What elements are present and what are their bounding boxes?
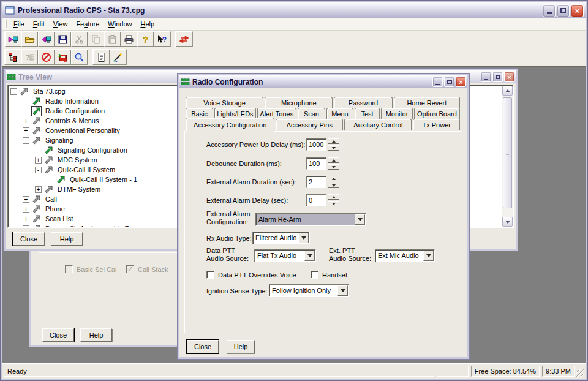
ext-ptt-source-dropdown-button[interactable] (423, 251, 434, 261)
tree-expand-box[interactable]: - (10, 88, 17, 95)
alarm-duration-spinner[interactable] (328, 176, 339, 188)
dialog-close-action-button[interactable]: Close (187, 340, 219, 353)
menubar-gripper[interactable] (5, 20, 7, 28)
spin-down-button[interactable] (328, 183, 339, 188)
spin-down-button[interactable] (328, 164, 339, 170)
save-button[interactable] (55, 32, 71, 47)
alarm-duration-field[interactable]: 2 (306, 176, 326, 188)
data-ptt-overrides-checkbox[interactable]: Data PTT Overrides Voice (206, 271, 296, 279)
main-titlebar[interactable]: Professional Radio CPS - Sta 73.cpg × (2, 2, 586, 18)
tree-expand-box[interactable]: + (23, 118, 29, 124)
alarm-delay-spinner[interactable] (328, 194, 339, 206)
no-edit-button[interactable] (38, 50, 55, 64)
tree-view-button[interactable] (5, 50, 21, 64)
basic-sel-cal-box[interactable] (65, 265, 73, 273)
resize-grip[interactable] (576, 369, 584, 377)
spin-down-button[interactable] (328, 145, 339, 151)
print-button[interactable] (121, 32, 137, 47)
dialog-close-button[interactable]: × (456, 77, 466, 87)
power-up-delay-spinner[interactable] (328, 138, 339, 151)
tab-home-revert[interactable]: Home Revert (394, 97, 460, 108)
quikcall-help-button[interactable]: Help (80, 328, 112, 342)
tree-scrollbar[interactable] (502, 86, 513, 227)
handset-box[interactable] (311, 271, 318, 279)
menu-edit[interactable]: Edit (29, 19, 49, 29)
rx-audio-type-dropdown-button[interactable] (298, 233, 309, 243)
basic-sel-cal-checkbox[interactable]: Basic Sel Cal (65, 265, 116, 273)
ignition-sense-dropdown-button[interactable] (337, 285, 348, 296)
cut-button[interactable] (71, 32, 88, 47)
zoom-button[interactable] (71, 50, 88, 64)
ignition-sense-combobox[interactable]: Follow Ignition Only (269, 284, 349, 297)
scroll-up-button[interactable] (502, 86, 513, 96)
menu-feature[interactable]: Feature (72, 19, 104, 29)
spin-down-button[interactable] (328, 201, 339, 206)
radio-config-window[interactable]: Radio Configuration × Voice Storage Micr… (177, 73, 470, 360)
tree-expand-box[interactable]: - (35, 167, 42, 173)
menu-help[interactable]: Help (136, 19, 159, 29)
rx-audio-type-combobox[interactable]: Filtered Audio (252, 232, 310, 244)
tab-password[interactable]: Password (334, 97, 392, 108)
feature-help-button[interactable]: ? (21, 50, 38, 64)
tree-expand-box[interactable]: + (35, 186, 42, 193)
alarm-delay-field[interactable]: 0 (306, 194, 326, 206)
spin-up-button[interactable] (328, 138, 339, 144)
tab-accessory-pins[interactable]: Accessory Pins (276, 119, 343, 130)
tree-expand-box[interactable]: + (23, 127, 29, 134)
tree-close-action-button[interactable]: Close (13, 232, 45, 246)
power-up-delay-field[interactable]: 1000 (306, 138, 326, 151)
quikcall-close-button[interactable]: Close (42, 328, 74, 342)
minimize-button[interactable] (543, 4, 556, 17)
data-ptt-source-combobox[interactable]: Flat Tx Audio (254, 249, 316, 262)
tab-menu[interactable]: Menu (326, 108, 353, 119)
tree-expand-box[interactable]: + (23, 206, 29, 213)
debounce-field[interactable]: 100 (306, 157, 326, 170)
alarm-config-combobox[interactable]: Alarm Re-Arm (255, 213, 366, 226)
menu-view[interactable]: View (49, 19, 72, 29)
paste-button[interactable] (104, 32, 121, 47)
tree-expand-box[interactable]: + (23, 216, 29, 222)
scrollbar-thumb[interactable] (503, 97, 512, 208)
tab-test[interactable]: Test (355, 108, 380, 119)
spin-up-button[interactable] (328, 157, 339, 163)
tab-scan[interactable]: Scan (298, 108, 325, 119)
tree-close-button[interactable]: × (504, 72, 514, 82)
tab-monitor[interactable]: Monitor (381, 108, 413, 119)
tree-expand-box[interactable]: - (23, 137, 29, 144)
data-ptt-source-dropdown-button[interactable] (304, 251, 315, 261)
spin-up-button[interactable] (328, 194, 339, 200)
call-stack-checkbox[interactable]: ✓ Call Stack (126, 265, 168, 273)
tree-expand-box[interactable]: + (23, 225, 29, 228)
wizard-button[interactable] (110, 50, 126, 64)
spin-up-button[interactable] (328, 176, 339, 181)
handset-checkbox[interactable]: Handset (311, 271, 347, 279)
data-ptt-overrides-box[interactable] (206, 271, 214, 279)
alarm-config-dropdown-button[interactable] (355, 214, 365, 225)
ext-ptt-source-combobox[interactable]: Ext Mic Audio (375, 249, 435, 262)
maximize-button[interactable] (557, 4, 570, 17)
open-file-button[interactable] (21, 32, 38, 47)
context-help-button[interactable]: ? (154, 32, 170, 47)
read-from-radio-button[interactable] (5, 32, 21, 47)
tree-help-button[interactable]: Help (51, 232, 83, 246)
tab-auxiliary-control[interactable]: Auxiliary Control (344, 119, 412, 130)
dialog-minimize-button[interactable] (432, 77, 443, 87)
tree-expand-box[interactable]: + (35, 157, 42, 164)
call-stack-box[interactable]: ✓ (126, 265, 134, 273)
dialog-help-button[interactable]: Help (227, 340, 255, 353)
tree-minimize-button[interactable] (481, 72, 491, 82)
close-button[interactable]: × (571, 4, 584, 17)
menu-window[interactable]: Window (104, 19, 136, 29)
tab-accessory-configuration[interactable]: Accessory Configuration (186, 118, 274, 131)
write-to-radio-button[interactable] (38, 32, 55, 47)
copy-button[interactable] (88, 32, 104, 47)
report-button[interactable] (93, 50, 110, 64)
tree-maximize-button[interactable] (492, 72, 503, 82)
clone-radio-data-button[interactable] (176, 32, 192, 47)
debounce-spinner[interactable] (328, 157, 339, 170)
help-button[interactable]: ? (137, 32, 154, 47)
dialog-maximize-button[interactable] (444, 77, 454, 87)
personality-zone-button[interactable]: 1 4 (55, 50, 71, 64)
tab-option-board[interactable]: Option Board (414, 108, 460, 119)
menu-file[interactable]: File (9, 19, 29, 29)
